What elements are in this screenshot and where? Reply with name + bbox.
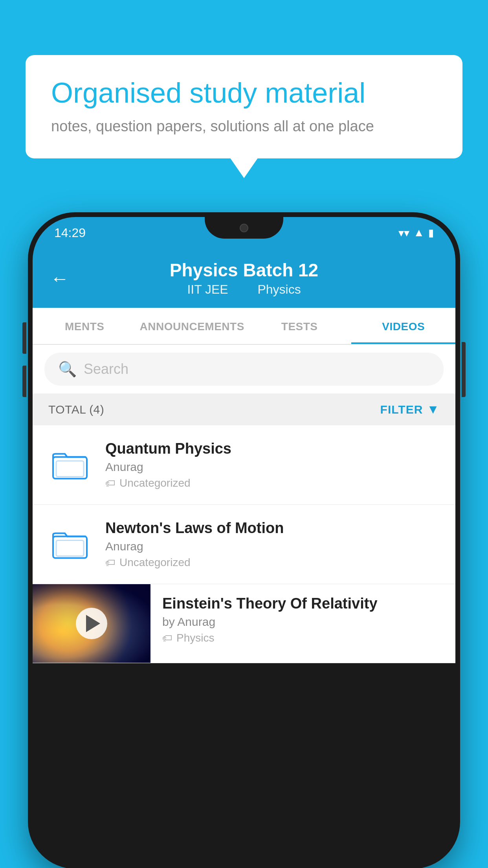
video-info: Einstein's Theory Of Relativity by Anura… <box>150 584 455 655</box>
search-icon: 🔍 <box>58 360 77 378</box>
item-author: Anurag <box>105 460 440 474</box>
subtitle-physics: Physics <box>257 282 301 296</box>
play-triangle-icon <box>86 615 100 632</box>
tag-icon: 🏷 <box>105 557 116 569</box>
filter-icon: ▼ <box>427 402 440 417</box>
list-item-video[interactable]: Einstein's Theory Of Relativity by Anura… <box>33 584 455 663</box>
search-bar[interactable]: 🔍 Search <box>44 353 444 386</box>
tag-label: Physics <box>176 632 214 644</box>
tab-videos[interactable]: VIDEOS <box>351 308 455 344</box>
tag-icon: 🏷 <box>162 632 172 644</box>
bubble-title: Organised study material <box>51 77 437 109</box>
status-bar: 14:29 ▾▾ ▲ ▮ <box>33 217 455 248</box>
status-time: 14:29 <box>54 226 86 240</box>
video-author: by Anurag <box>162 615 444 629</box>
bubble-subtitle: notes, question papers, solutions all at… <box>51 118 437 135</box>
item-title: Quantum Physics <box>105 440 440 457</box>
item-info: Quantum Physics Anurag 🏷 Uncategorized <box>105 440 440 489</box>
item-info: Newton's Laws of Motion Anurag 🏷 Uncateg… <box>105 520 440 569</box>
battery-icon: ▮ <box>428 227 434 239</box>
video-title: Einstein's Theory Of Relativity <box>162 595 444 612</box>
phone-screen: 14:29 ▾▾ ▲ ▮ ← Physics Batch 12 IIT JEE … <box>33 217 455 864</box>
filter-button[interactable]: FILTER ▼ <box>380 402 440 417</box>
tab-tests[interactable]: TESTS <box>248 308 352 344</box>
item-title: Newton's Laws of Motion <box>105 520 440 537</box>
speech-bubble: Organised study material notes, question… <box>26 55 462 158</box>
play-button[interactable] <box>76 608 107 639</box>
tabs-bar: MENTS ANNOUNCEMENTS TESTS VIDEOS <box>33 308 455 345</box>
tag-label: Uncategorized <box>119 556 191 569</box>
volume-up-button <box>22 322 26 354</box>
svg-rect-3 <box>56 541 84 556</box>
folder-icon <box>52 448 88 482</box>
item-author: Anurag <box>105 540 440 553</box>
app-title: Physics Batch 12 <box>170 259 318 281</box>
phone-frame: 14:29 ▾▾ ▲ ▮ ← Physics Batch 12 IIT JEE … <box>28 212 460 868</box>
status-icons: ▾▾ ▲ ▮ <box>398 226 434 239</box>
svg-rect-2 <box>53 537 87 558</box>
folder-icon-container <box>48 523 92 566</box>
front-camera <box>240 224 248 232</box>
item-tag: 🏷 Uncategorized <box>105 477 440 489</box>
svg-rect-0 <box>53 457 87 479</box>
svg-rect-1 <box>56 461 84 477</box>
filter-label: FILTER <box>380 403 423 416</box>
tab-announcements[interactable]: ANNOUNCEMENTS <box>137 308 248 344</box>
folder-icon <box>52 528 88 561</box>
filter-bar: TOTAL (4) FILTER ▼ <box>33 394 455 425</box>
content-area: Quantum Physics Anurag 🏷 Uncategorized <box>33 425 455 663</box>
app-header: ← Physics Batch 12 IIT JEE Physics <box>33 248 455 308</box>
power-button <box>462 342 466 397</box>
subtitle-separator <box>241 282 248 296</box>
total-count: TOTAL (4) <box>48 403 104 416</box>
subtitle-iit-jee: IIT JEE <box>187 282 228 296</box>
signal-icon: ▲ <box>413 226 424 239</box>
video-thumbnail <box>33 584 150 663</box>
item-tag: 🏷 Uncategorized <box>105 556 440 569</box>
volume-down-button <box>22 366 26 397</box>
tag-icon: 🏷 <box>105 477 116 489</box>
notch <box>205 217 283 239</box>
list-item[interactable]: Newton's Laws of Motion Anurag 🏷 Uncateg… <box>33 505 455 584</box>
list-item[interactable]: Quantum Physics Anurag 🏷 Uncategorized <box>33 425 455 505</box>
wifi-icon: ▾▾ <box>398 226 409 239</box>
back-button[interactable]: ← <box>50 267 69 289</box>
tag-label: Uncategorized <box>119 477 191 489</box>
speech-bubble-container: Organised study material notes, question… <box>26 55 462 158</box>
search-placeholder: Search <box>84 361 128 377</box>
app-subtitle: IIT JEE Physics <box>182 282 305 297</box>
search-container: 🔍 Search <box>33 345 455 394</box>
video-tag: 🏷 Physics <box>162 632 444 644</box>
folder-icon-container <box>48 443 92 487</box>
tab-ments[interactable]: MENTS <box>33 308 137 344</box>
